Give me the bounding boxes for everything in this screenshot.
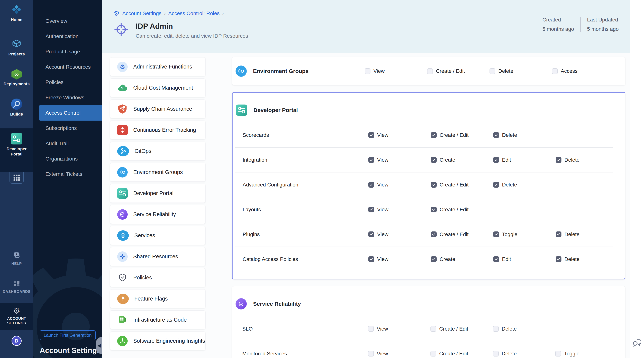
checkbox-checked[interactable]	[431, 132, 436, 138]
permission-row-scorecards: ScorecardsViewCreate / EditDelete	[232, 123, 625, 147]
rail-item-dashboards[interactable]: DASHBOARDS	[0, 279, 33, 294]
resource-list-item-label: Service Reliability	[133, 211, 176, 218]
checkbox-label: Create / Edit	[439, 351, 468, 357]
checkbox-label: Create / Edit	[439, 326, 468, 332]
checkbox-label: Delete	[498, 68, 513, 74]
breadcrumb-gear-icon: ⚙	[114, 10, 120, 17]
sidebar-item-external-tickets[interactable]: External Tickets	[33, 166, 102, 182]
last-updated-value: 5 months ago	[587, 26, 619, 32]
resource-list-item-administrative-functions[interactable]: ⚙Administrative Functions	[110, 57, 206, 76]
permission-delete: Delete	[556, 232, 618, 237]
checkbox-unchecked[interactable]	[555, 351, 561, 356]
rail-item-home[interactable]: Home	[0, 4, 33, 22]
resource-list-item-infrastructure-as-code[interactable]: Infrastructure as Code	[110, 310, 206, 329]
resource-list-item-continuous-error-tracking[interactable]: Continuous Error Tracking	[110, 121, 206, 139]
resource-list-item-shared-resources[interactable]: Shared Resources	[110, 247, 206, 266]
resource-list-item-developer-portal[interactable]: Developer Portal	[110, 184, 206, 203]
developer-portal-icon	[11, 133, 22, 144]
checkbox-checked[interactable]	[368, 157, 374, 163]
checkbox-checked[interactable]	[368, 182, 374, 188]
checkbox-unchecked[interactable]	[368, 326, 374, 332]
resource-list-item-label: Services	[134, 232, 155, 239]
checkbox-unchecked[interactable]	[430, 326, 436, 332]
permission-create-edit: Create / Edit	[431, 132, 493, 138]
resource-list-item-policies[interactable]: Policies	[110, 268, 206, 287]
resource-list-item-cloud-cost-management[interactable]: $Cloud Cost Management	[110, 78, 206, 97]
permission-view: View	[368, 157, 431, 163]
sidebar-item-freeze-windows[interactable]: Freeze Windows	[33, 90, 102, 105]
launch-first-generation-button[interactable]: Launch First Generation	[40, 330, 96, 340]
resource-list-item-service-reliability[interactable]: Service Reliability	[110, 205, 206, 224]
breadcrumb-link-account-settings[interactable]: Account Settings	[122, 11, 161, 17]
rail-item-builds[interactable]: Builds	[0, 99, 33, 117]
sidebar-item-overview[interactable]: Overview	[33, 14, 102, 29]
resource-list-item-environment-groups[interactable]: Environment Groups	[110, 163, 206, 182]
checkbox-checked[interactable]	[431, 207, 436, 212]
user-avatar[interactable]: D	[12, 336, 22, 346]
checkbox-unchecked[interactable]	[493, 351, 499, 356]
checkbox-checked[interactable]	[431, 157, 436, 163]
resource-list-item-services[interactable]: Services	[110, 226, 206, 245]
checkbox-checked[interactable]	[493, 232, 499, 237]
checkbox-checked[interactable]	[556, 232, 562, 237]
checkbox-checked[interactable]	[368, 207, 374, 212]
permission-view: View	[368, 132, 431, 138]
checkbox-checked[interactable]	[368, 132, 374, 138]
permission-row-label: Plugins	[242, 232, 368, 237]
sidebar-item-audit-trail[interactable]: Audit Trail	[33, 136, 102, 151]
checkbox-checked[interactable]	[556, 157, 562, 163]
rail-item-help[interactable]: ? HELP	[0, 251, 33, 266]
checkbox-label: Create / Edit	[440, 132, 469, 138]
resource-list-item-supply-chain-assurance[interactable]: Supply Chain Assurance	[110, 99, 206, 118]
resource-list-item-software-engineering-insights[interactable]: Software Engineering Insights	[110, 331, 206, 350]
checkbox-checked[interactable]	[431, 182, 436, 188]
permission-delete: Delete	[490, 68, 552, 74]
checkbox-checked[interactable]	[431, 256, 436, 262]
resource-list-item-gitops[interactable]: GitOps	[110, 142, 206, 160]
rail-item-projects[interactable]: Projects	[0, 39, 33, 57]
rail-item-deployments[interactable]: ∞ Deployments	[0, 69, 33, 87]
checkbox-label: View	[377, 182, 388, 188]
support-chat-icon[interactable]	[632, 337, 642, 347]
checkbox-unchecked[interactable]	[493, 326, 499, 332]
checkbox-checked[interactable]	[493, 256, 499, 262]
resource-list-item-label: Shared Resources	[133, 253, 178, 260]
role-meta: Created 5 months ago Last Updated 5 mont…	[542, 17, 619, 32]
checkbox-checked[interactable]	[556, 256, 562, 262]
resource-list-item-label: Developer Portal	[133, 190, 174, 196]
checkbox-checked[interactable]	[493, 157, 499, 163]
breadcrumb-link-access-control-roles[interactable]: Access Control: Roles	[168, 11, 220, 17]
permission-create-edit: Create / Edit	[427, 68, 490, 74]
sidebar-item-product-usage[interactable]: Product Usage	[33, 44, 102, 59]
checkbox-unchecked[interactable]	[365, 68, 370, 74]
checkbox-label: View	[377, 326, 388, 332]
rail-item-account-settings[interactable]: ⚙ ACCOUNT SETTINGS	[0, 307, 33, 325]
checkbox-unchecked[interactable]	[430, 351, 436, 356]
permission-delete: Delete	[556, 256, 618, 262]
permissions-panel: Environment GroupsViewCreate / EditDelet…	[214, 53, 630, 358]
checkbox-unchecked[interactable]	[368, 351, 374, 356]
checkbox-unchecked[interactable]	[552, 68, 558, 74]
page-title: IDP Admin	[136, 22, 248, 31]
supply-chain-assurance-icon	[117, 104, 128, 114]
checkbox-checked[interactable]	[368, 256, 374, 262]
sidebar-item-organizations[interactable]: Organizations	[33, 151, 102, 166]
checkbox-checked[interactable]	[493, 132, 499, 138]
sidebar-item-policies[interactable]: Policies	[33, 75, 102, 90]
checkbox-label: Delete	[502, 132, 517, 138]
permission-view: View	[365, 68, 427, 74]
module-grid-button[interactable]	[10, 172, 24, 184]
sidebar-item-account-resources[interactable]: Account Resources	[33, 59, 102, 75]
checkbox-label: Create / Edit	[440, 207, 469, 213]
svg-text:?: ?	[16, 253, 17, 256]
checkbox-unchecked[interactable]	[490, 68, 495, 74]
checkbox-checked[interactable]	[493, 182, 499, 188]
rail-item-developer-portal[interactable]: Developer Portal	[0, 133, 33, 157]
sidebar-item-access-control[interactable]: Access Control	[39, 105, 102, 121]
sidebar-item-authentication[interactable]: Authentication	[33, 29, 102, 44]
checkbox-checked[interactable]	[368, 232, 374, 237]
sidebar-item-subscriptions[interactable]: Subscriptions	[33, 121, 102, 136]
checkbox-unchecked[interactable]	[427, 68, 433, 74]
resource-list-item-feature-flags[interactable]: Feature Flags	[110, 289, 206, 308]
checkbox-checked[interactable]	[431, 232, 436, 237]
